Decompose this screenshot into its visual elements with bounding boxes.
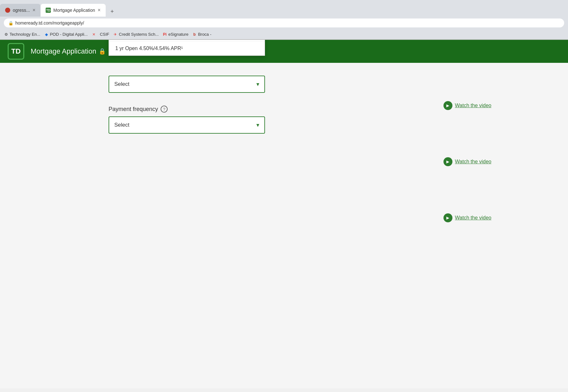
bookmark-label-technology: Technology En... xyxy=(10,32,40,37)
bookmark-csif[interactable]: CSIF xyxy=(100,32,110,37)
payment-frequency-select-label: Select xyxy=(114,122,129,128)
tab-active[interactable]: TD Mortgage Application × xyxy=(41,4,106,17)
bookmark-label-esignature: eSignature xyxy=(168,32,188,37)
bookmark-credit[interactable]: ✈ Credit Systems Sch... xyxy=(113,32,159,37)
tab-close-active[interactable]: × xyxy=(98,8,101,13)
address-bar[interactable]: 🔒 homeready.td.com/mortgageapply/ xyxy=(4,18,564,27)
play-icon-1: ▶ xyxy=(443,157,452,166)
dropdown-item-9[interactable]: 1 yr Open 4.50%/4.54% APR¹ xyxy=(109,42,265,55)
main-area: Select TODAY'S RATES 6 mo Closed 3.30%/3… xyxy=(0,63,568,235)
watch-video-label-1: Watch the video xyxy=(455,159,491,165)
watch-video-link-1[interactable]: ▶ Watch the video xyxy=(443,157,491,166)
tab-favicon-red xyxy=(5,8,10,13)
bookmark-broca[interactable]: b Broca - xyxy=(192,32,211,37)
rate-chevron-down-icon: ▾ xyxy=(256,81,259,88)
video-links-column: ▶ Watch the video ▶ Watch the video ▶ Wa… xyxy=(443,76,491,222)
address-text: homeready.td.com/mortgageapply/ xyxy=(15,20,84,26)
rate-select-trigger[interactable]: Select ▾ xyxy=(109,76,265,93)
address-lock-icon: 🔒 xyxy=(8,21,13,26)
play-icon-0: ▶ xyxy=(443,101,452,110)
right-content: ▶ Watch the video ▶ Watch the video ▶ Wa… xyxy=(443,76,491,222)
bookmark-icon-credit: ✈ xyxy=(113,32,117,37)
tab-label-active: Mortgage Application xyxy=(53,8,95,13)
tab-label-inactive: ogress... xyxy=(13,8,30,13)
bookmark-icon-pod: ◆ xyxy=(44,32,49,37)
page-title-text: Mortgage Application xyxy=(31,47,96,55)
bookmark-esignature[interactable]: Pi eSignature xyxy=(163,32,188,37)
tab-inactive[interactable]: ogress... × xyxy=(0,4,41,17)
left-content: Select TODAY'S RATES 6 mo Closed 3.30%/3… xyxy=(109,76,424,222)
page-title: Mortgage Application 🔒 xyxy=(31,47,106,55)
watch-video-link-0[interactable]: ▶ Watch the video xyxy=(443,101,491,110)
td-logo: TD xyxy=(8,43,24,60)
tab-close-inactive[interactable]: × xyxy=(33,8,35,13)
bookmark-label-credit: Credit Systems Sch... xyxy=(119,32,159,37)
watch-video-link-2[interactable]: ▶ Watch the video xyxy=(443,213,491,222)
watch-video-label-2: Watch the video xyxy=(455,215,491,221)
browser-chrome: ogress... × TD Mortgage Application × + … xyxy=(0,0,568,40)
payment-frequency-select-trigger[interactable]: Select ▾ xyxy=(109,116,265,134)
bookmark-x[interactable]: ✕ xyxy=(92,32,96,37)
bookmark-technology[interactable]: ⚙ Technology En... xyxy=(4,32,40,37)
page-content: TD Mortgage Application 🔒 Select TODAY'S… xyxy=(0,40,568,388)
payment-frequency-label-row: Payment frequency ? xyxy=(109,106,424,113)
rate-select-label: Select xyxy=(114,81,129,87)
payment-frequency-help-icon[interactable]: ? xyxy=(161,106,168,113)
tab-favicon-td: TD xyxy=(46,8,51,13)
payment-frequency-chevron-down-icon: ▾ xyxy=(256,122,259,129)
td-header: TD Mortgage Application 🔒 xyxy=(0,40,568,63)
payment-frequency-label: Payment frequency xyxy=(109,106,158,113)
payment-frequency-section: Payment frequency ? Select ▾ xyxy=(109,106,424,134)
bookmark-icon-broca: b xyxy=(192,32,197,37)
bookmarks-bar: ⚙ Technology En... ◆ POD - Digital Appli… xyxy=(0,29,568,40)
bookmark-label-broca: Broca - xyxy=(198,32,211,37)
tab-bar: ogress... × TD Mortgage Application × + xyxy=(0,0,568,17)
bookmark-icon-esignature: Pi xyxy=(163,32,167,37)
play-icon-2: ▶ xyxy=(443,213,452,222)
rate-dropdown-container: Select TODAY'S RATES 6 mo Closed 3.30%/3… xyxy=(109,76,265,93)
new-tab-button[interactable]: + xyxy=(107,6,117,17)
bookmark-pod[interactable]: ◆ POD - Digital Appli... xyxy=(44,32,88,37)
bookmark-icon-technology: ⚙ xyxy=(4,32,8,37)
bookmark-icon-x: ✕ xyxy=(92,32,96,37)
bookmark-label-csif: CSIF xyxy=(100,32,110,37)
watch-video-label-0: Watch the video xyxy=(455,103,491,108)
address-bar-row: 🔒 homeready.td.com/mortgageapply/ xyxy=(0,17,568,29)
header-lock-icon: 🔒 xyxy=(99,48,106,55)
rate-dropdown-list: Select TODAY'S RATES 6 mo Closed 3.30%/3… xyxy=(109,40,265,56)
bookmark-label-pod: POD - Digital Appli... xyxy=(50,32,88,37)
